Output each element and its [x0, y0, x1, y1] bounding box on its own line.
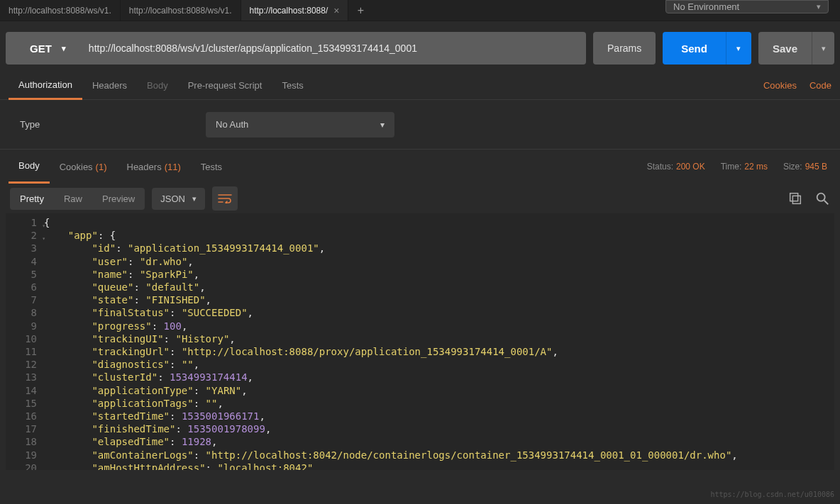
subtab-headers[interactable]: Headers	[82, 72, 137, 100]
auth-section: Type No Auth ▾	[0, 100, 840, 150]
http-method-select[interactable]: GET ▾	[6, 32, 79, 65]
size-value: 945 B	[805, 162, 827, 172]
chevron-down-icon: ▾	[817, 2, 821, 11]
svg-point-2	[817, 194, 825, 201]
resp-tab-tests[interactable]: Tests	[191, 150, 232, 184]
request-bar: GET ▾ Params Send ▾ Save ▾	[0, 21, 840, 72]
view-mode-segment: Pretty Raw Preview	[10, 188, 145, 210]
seg-preview[interactable]: Preview	[92, 188, 145, 210]
code-line: 11 "trackingUrl": "http://localhost:8088…	[6, 345, 834, 358]
resp-tab-cookies[interactable]: Cookies (1)	[50, 150, 117, 184]
save-dropdown[interactable]: ▾	[812, 32, 834, 65]
send-button[interactable]: Send	[663, 32, 726, 65]
params-button[interactable]: Params	[593, 32, 656, 65]
chevron-down-icon: ▾	[192, 194, 197, 203]
svg-rect-1	[790, 194, 798, 201]
seg-pretty[interactable]: Pretty	[10, 188, 54, 210]
response-meta: Status:200 OK Time:22 ms Size:945 B	[647, 162, 827, 172]
environment-label: No Environment	[673, 1, 739, 12]
code-line: 7 "state": "FINISHED",	[6, 293, 834, 306]
environment-select[interactable]: No Environment ▾	[665, 0, 829, 13]
code-line: 2▾ "app": {	[6, 229, 834, 242]
watermark: https://blog.csdn.net/u010086	[710, 491, 834, 498]
code-line: 4 "user": "dr.who",	[6, 255, 834, 268]
subtab-body[interactable]: Body	[137, 72, 178, 100]
auth-type-label: Type	[20, 119, 206, 130]
subtab-tests[interactable]: Tests	[272, 72, 313, 100]
chevron-down-icon: ▾	[822, 44, 826, 53]
url-input[interactable]	[79, 32, 586, 65]
resp-tab-headers[interactable]: Headers (11)	[117, 150, 191, 184]
tab-1[interactable]: http://localhost:8088/ws/v1.	[0, 0, 121, 21]
code-line: 5 "name": "SparkPi",	[6, 268, 834, 281]
code-line: 18 "elapsedTime": 11928,	[6, 435, 834, 448]
response-body-view[interactable]: 1▾{2▾ "app": {3 "id": "application_15349…	[6, 213, 834, 470]
format-select[interactable]: JSON ▾	[152, 188, 205, 210]
request-subtabs: Authorization Headers Body Pre-request S…	[0, 72, 840, 100]
wrap-lines-button[interactable]	[212, 186, 238, 211]
code-line: 17 "finishedTime": 1535001978099,	[6, 422, 834, 435]
code-line: 9 "progress": 100,	[6, 320, 834, 332]
code-link[interactable]: Code	[809, 80, 831, 91]
code-line: 14 "applicationType": "YARN",	[6, 384, 834, 397]
send-dropdown[interactable]: ▾	[726, 32, 751, 65]
chevron-down-icon: ▾	[736, 44, 741, 53]
tab-3-active[interactable]: http://localhost:8088/ ×	[241, 0, 349, 21]
auth-type-select[interactable]: No Auth ▾	[206, 112, 394, 138]
code-line: 1▾{	[6, 216, 834, 229]
code-line: 8 "finalStatus": "SUCCEEDED",	[6, 306, 834, 319]
code-line: 6 "queue": "default",	[6, 281, 834, 293]
time-value: 22 ms	[744, 162, 768, 172]
code-line: 3 "id": "application_1534993174414_0001"…	[6, 242, 834, 254]
svg-line-3	[824, 201, 829, 205]
wrap-icon	[218, 194, 232, 203]
subtab-prerequest[interactable]: Pre-request Script	[178, 72, 272, 100]
code-line: 10 "trackingUI": "History",	[6, 332, 834, 345]
response-tabs: Body Cookies (1) Headers (11) Tests Stat…	[0, 150, 840, 184]
code-line: 20 "amHostHttpAddress": "localhost:8042"…	[6, 461, 834, 470]
subtab-authorization[interactable]: Authorization	[9, 72, 82, 100]
tab-2[interactable]: http://localhost:8088/ws/v1.	[121, 0, 241, 21]
status-value: 200 OK	[676, 162, 705, 172]
copy-icon[interactable]	[788, 191, 803, 206]
resp-tab-body[interactable]: Body	[9, 150, 50, 184]
cookies-link[interactable]: Cookies	[763, 80, 797, 91]
search-icon[interactable]	[814, 191, 830, 206]
chevron-down-icon: ▾	[62, 44, 66, 53]
save-button[interactable]: Save	[758, 32, 812, 65]
code-line: 12 "diagnostics": "",	[6, 358, 834, 371]
seg-raw[interactable]: Raw	[54, 188, 92, 210]
code-line: 19 "amContainerLogs": "http://localhost:…	[6, 449, 834, 461]
code-line: 15 "applicationTags": "",	[6, 397, 834, 410]
close-icon[interactable]: ×	[333, 5, 339, 16]
body-toolbar: Pretty Raw Preview JSON ▾	[0, 184, 840, 213]
chevron-down-icon: ▾	[380, 120, 385, 130]
code-line: 16 "startedTime": 1535001966171,	[6, 410, 834, 422]
add-tab-button[interactable]: +	[348, 0, 372, 21]
svg-rect-0	[792, 196, 800, 203]
code-line: 13 "clusterId": 1534993174414,	[6, 371, 834, 383]
